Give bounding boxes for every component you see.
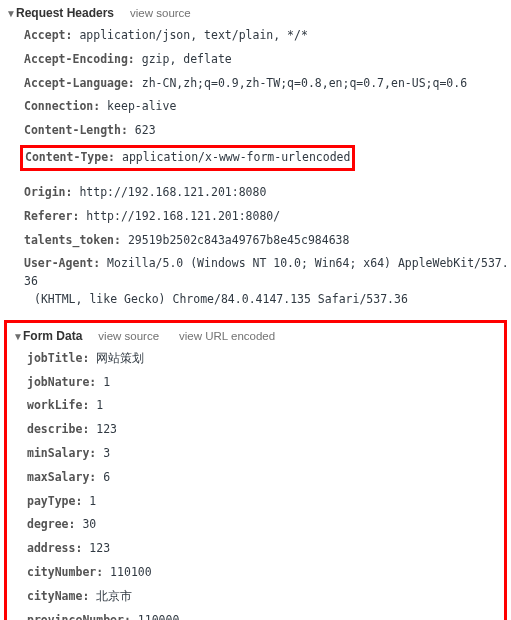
form-value: 110100 <box>110 565 152 579</box>
form-data-header[interactable]: ▼ Form Data view source view URL encoded <box>7 327 504 347</box>
form-value: 1 <box>89 494 96 508</box>
disclosure-triangle-icon: ▼ <box>13 331 23 342</box>
form-row: jobNature: 1 <box>27 371 504 395</box>
form-key: describe: <box>27 422 89 436</box>
header-key: Origin: <box>24 185 72 199</box>
header-value-wrap: (KHTML, like Gecko) Chrome/84.0.4147.135… <box>34 292 408 306</box>
red-highlight-box: Content-Type: application/x-www-form-url… <box>20 145 355 171</box>
form-row: maxSalary: 6 <box>27 466 504 490</box>
header-key: Connection: <box>24 99 100 113</box>
header-value: application/x-www-form-urlencoded <box>122 150 350 164</box>
header-row: Accept-Language: zh-CN,zh;q=0.9,zh-TW;q=… <box>24 72 511 96</box>
header-key: Accept-Encoding: <box>24 52 135 66</box>
form-row: address: 123 <box>27 537 504 561</box>
view-source-link[interactable]: view source <box>130 7 191 19</box>
request-headers-list: Accept: application/json, text/plain, */… <box>0 24 511 143</box>
form-key: maxSalary: <box>27 470 96 484</box>
form-row: provinceNumber: 110000 <box>27 609 504 620</box>
header-key: Content-Type: <box>25 150 115 164</box>
form-value: 北京市 <box>96 589 132 603</box>
header-row: talents_token: 29519b2502c843a49767b8e45… <box>24 229 511 253</box>
form-row: cityName: 北京市 <box>27 585 504 609</box>
form-row: workLife: 1 <box>27 394 504 418</box>
section-title: Form Data <box>23 329 82 343</box>
form-row: jobTitle: 网站策划 <box>27 347 504 371</box>
request-headers-header[interactable]: ▼ Request Headers view source <box>0 4 511 24</box>
form-key: workLife: <box>27 398 89 412</box>
header-value: keep-alive <box>107 99 176 113</box>
header-key: Referer: <box>24 209 79 223</box>
form-data-highlight-box: ▼ Form Data view source view URL encoded… <box>4 320 507 620</box>
form-value: 30 <box>82 517 96 531</box>
header-value: http://192.168.121.201:8080 <box>79 185 266 199</box>
header-row: Accept: application/json, text/plain, */… <box>24 24 511 48</box>
form-value: 1 <box>103 375 110 389</box>
disclosure-triangle-icon: ▼ <box>6 8 16 19</box>
header-row: Accept-Encoding: gzip, deflate <box>24 48 511 72</box>
form-value: 1 <box>96 398 103 412</box>
request-headers-section: ▼ Request Headers view source Accept: ap… <box>0 0 511 318</box>
form-row: degree: 30 <box>27 513 504 537</box>
form-row: cityNumber: 110100 <box>27 561 504 585</box>
content-type-highlight: Content-Type: application/x-www-form-url… <box>0 145 511 171</box>
form-value: 110000 <box>138 613 180 620</box>
form-value: 123 <box>89 541 110 555</box>
form-key: address: <box>27 541 82 555</box>
header-value: gzip, deflate <box>142 52 232 66</box>
form-value: 网站策划 <box>96 351 144 365</box>
header-key: Accept-Language: <box>24 76 135 90</box>
form-key: jobTitle: <box>27 351 89 365</box>
form-key: degree: <box>27 517 75 531</box>
section-title: Request Headers <box>16 6 114 20</box>
form-value: 123 <box>96 422 117 436</box>
form-key: minSalary: <box>27 446 96 460</box>
form-value: 3 <box>103 446 110 460</box>
form-key: jobNature: <box>27 375 96 389</box>
request-headers-list-continued: Origin: http://192.168.121.201:8080 Refe… <box>0 173 511 312</box>
header-row: Origin: http://192.168.121.201:8080 <box>24 181 511 205</box>
form-key: cityNumber: <box>27 565 103 579</box>
header-value: 623 <box>135 123 156 137</box>
form-data-list: jobTitle: 网站策划 jobNature: 1 workLife: 1 … <box>7 347 504 620</box>
form-key: payType: <box>27 494 82 508</box>
view-source-link[interactable]: view source <box>98 330 159 342</box>
header-key: Content-Length: <box>24 123 128 137</box>
header-row: Connection: keep-alive <box>24 95 511 119</box>
form-value: 6 <box>103 470 110 484</box>
form-row: describe: 123 <box>27 418 504 442</box>
form-data-section: ▼ Form Data view source view URL encoded… <box>7 323 504 620</box>
form-row: payType: 1 <box>27 490 504 514</box>
header-value: application/json, text/plain, */* <box>79 28 307 42</box>
form-row: minSalary: 3 <box>27 442 504 466</box>
form-key: provinceNumber: <box>27 613 131 620</box>
header-key: Accept: <box>24 28 72 42</box>
header-value: 29519b2502c843a49767b8e45c984638 <box>128 233 350 247</box>
header-value: zh-CN,zh;q=0.9,zh-TW;q=0.8,en;q=0.7,en-U… <box>142 76 467 90</box>
header-key: User-Agent: <box>24 256 100 270</box>
header-row: Content-Type: application/x-www-form-url… <box>25 147 350 167</box>
header-row: Content-Length: 623 <box>24 119 511 143</box>
header-value: http://192.168.121.201:8080/ <box>86 209 280 223</box>
form-key: cityName: <box>27 589 89 603</box>
header-key: talents_token: <box>24 233 121 247</box>
header-row: User-Agent: Mozilla/5.0 (Windows NT 10.0… <box>24 252 511 311</box>
view-url-encoded-link[interactable]: view URL encoded <box>179 330 275 342</box>
header-row: Referer: http://192.168.121.201:8080/ <box>24 205 511 229</box>
